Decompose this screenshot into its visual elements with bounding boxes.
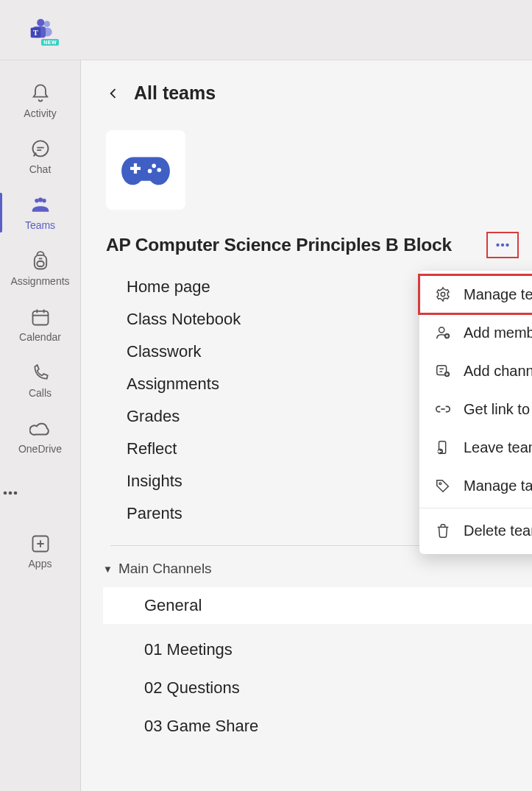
svg-point-9 bbox=[38, 197, 42, 202]
breadcrumb-text: All teams bbox=[134, 82, 216, 104]
rail-onedrive-label: OneDrive bbox=[18, 443, 62, 455]
svg-point-24 bbox=[506, 244, 508, 246]
leave-icon bbox=[434, 439, 452, 456]
svg-point-0 bbox=[44, 21, 51, 27]
phone-icon bbox=[29, 362, 52, 384]
team-avatar[interactable] bbox=[106, 130, 185, 210]
rail-apps[interactable]: Apps bbox=[0, 524, 80, 580]
rail-calendar[interactable]: Calendar bbox=[0, 297, 80, 353]
ellipsis-icon bbox=[0, 483, 80, 503]
channel-plus-icon bbox=[434, 362, 452, 380]
rail-calls[interactable]: Calls bbox=[0, 353, 80, 409]
svg-point-23 bbox=[501, 244, 504, 246]
menu-add-member[interactable]: Add member bbox=[419, 313, 532, 352]
channel-group-label: Main Channels bbox=[118, 561, 212, 577]
svg-point-19 bbox=[152, 164, 156, 169]
people-icon bbox=[29, 194, 52, 216]
team-title: AP Computer Science Principles B Block bbox=[106, 235, 452, 255]
svg-point-32 bbox=[439, 483, 441, 485]
rail-assignments[interactable]: Assignments bbox=[0, 241, 80, 297]
menu-manage-team-label: Manage team bbox=[464, 286, 532, 303]
rail-activity[interactable]: Activity bbox=[0, 74, 80, 130]
channel-group-toggle[interactable]: ▼ Main Channels bbox=[103, 561, 532, 577]
menu-separator bbox=[419, 508, 532, 508]
left-rail: Activity Chat Teams bbox=[0, 60, 81, 791]
svg-point-25 bbox=[441, 292, 445, 297]
tag-icon bbox=[434, 477, 452, 494]
menu-manage-team[interactable]: Manage team bbox=[419, 275, 532, 313]
menu-leave-team-label: Leave team bbox=[464, 439, 532, 456]
trash-icon bbox=[434, 522, 452, 539]
svg-text:T: T bbox=[33, 28, 38, 36]
rail-teams-label: Teams bbox=[25, 219, 55, 231]
gear-icon bbox=[434, 285, 452, 303]
top-bar: T NEW bbox=[0, 0, 532, 60]
svg-rect-11 bbox=[37, 261, 43, 266]
rail-chat[interactable]: Chat bbox=[0, 130, 80, 185]
menu-leave-team[interactable]: Leave team bbox=[419, 428, 532, 467]
svg-point-8 bbox=[42, 199, 46, 203]
rail-onedrive[interactable]: OneDrive bbox=[0, 409, 80, 465]
plus-square-icon bbox=[29, 533, 52, 555]
menu-delete-team[interactable]: Delete team bbox=[419, 511, 532, 550]
person-plus-icon bbox=[434, 324, 452, 341]
rail-apps-label: Apps bbox=[29, 558, 52, 570]
svg-rect-12 bbox=[32, 311, 48, 325]
rail-activity-label: Activity bbox=[24, 107, 56, 119]
rail-more[interactable] bbox=[0, 469, 80, 517]
menu-add-channel-label: Add channel bbox=[464, 363, 532, 380]
chat-icon bbox=[29, 138, 52, 160]
main-pane: All teams AP Computer Science Principles… bbox=[81, 60, 532, 791]
back-chevron-icon[interactable] bbox=[106, 86, 121, 101]
team-more-options-button[interactable] bbox=[486, 232, 519, 258]
calendar-icon bbox=[29, 306, 52, 328]
svg-point-20 bbox=[157, 168, 161, 172]
link-icon bbox=[434, 400, 452, 418]
team-context-menu: Manage team Add member bbox=[419, 271, 532, 554]
channel-03-game-share[interactable]: 03 Game Share bbox=[144, 714, 532, 739]
rail-chat-label: Chat bbox=[29, 163, 52, 175]
ellipsis-icon bbox=[493, 235, 512, 255]
channel-01-meetings[interactable]: 01 Meetings bbox=[144, 637, 532, 662]
caret-down-icon: ▼ bbox=[103, 564, 113, 575]
svg-point-21 bbox=[148, 169, 152, 174]
svg-point-1 bbox=[37, 18, 44, 26]
menu-get-link-label: Get link to team bbox=[464, 401, 532, 418]
bell-icon bbox=[29, 82, 52, 104]
svg-point-14 bbox=[9, 492, 13, 495]
gamepad-icon bbox=[120, 152, 171, 188]
channel-02-questions[interactable]: 02 Questions bbox=[144, 675, 532, 700]
menu-delete-team-label: Delete team bbox=[464, 522, 532, 539]
svg-rect-18 bbox=[134, 163, 137, 174]
svg-point-22 bbox=[496, 244, 499, 246]
breadcrumb[interactable]: All teams bbox=[81, 60, 532, 104]
menu-add-member-label: Add member bbox=[464, 324, 532, 341]
svg-point-13 bbox=[4, 492, 7, 495]
menu-manage-tags[interactable]: Manage tags bbox=[419, 467, 532, 505]
svg-point-26 bbox=[439, 327, 444, 333]
channel-group: ▼ Main Channels General 01 Meetings 02 Q… bbox=[81, 546, 532, 739]
channel-general[interactable]: General bbox=[103, 587, 532, 624]
cloud-icon bbox=[29, 418, 52, 440]
menu-manage-tags-label: Manage tags bbox=[464, 478, 532, 494]
teams-app-logo-icon: T NEW bbox=[29, 18, 54, 43]
rail-teams[interactable]: Teams bbox=[0, 185, 80, 241]
rail-assignments-label: Assignments bbox=[10, 275, 69, 287]
backpack-icon bbox=[29, 250, 52, 272]
menu-add-channel[interactable]: Add channel bbox=[419, 352, 532, 390]
menu-get-link[interactable]: Get link to team bbox=[419, 390, 532, 428]
rail-calls-label: Calls bbox=[29, 387, 52, 399]
svg-point-15 bbox=[14, 492, 18, 495]
new-badge: NEW bbox=[41, 39, 59, 46]
svg-point-7 bbox=[35, 199, 39, 203]
rail-calendar-label: Calendar bbox=[19, 331, 61, 343]
